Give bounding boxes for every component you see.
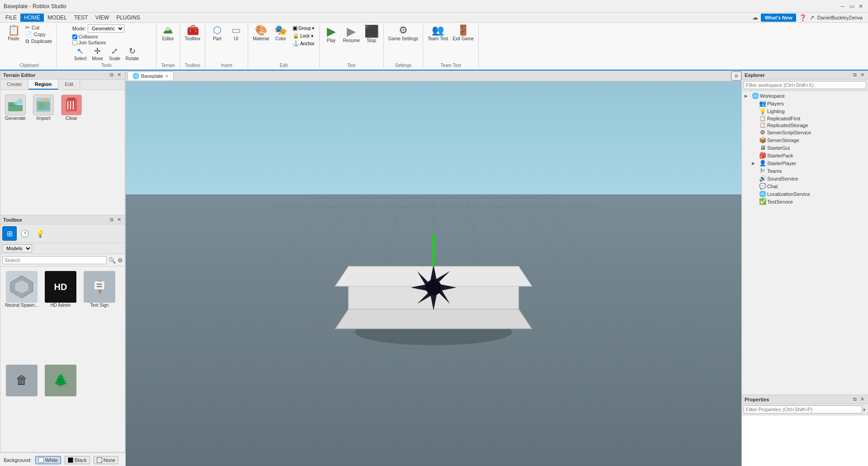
share-icon[interactable]: ↗ — [809, 14, 815, 21]
scale-button[interactable]: ⤢ Scale — [107, 46, 123, 62]
explorer-maximize-btn[interactable]: ⧉ — [852, 72, 858, 78]
tab-close-btn[interactable]: ✕ — [165, 74, 169, 79]
tree-chat[interactable]: 💬 Chat — [743, 182, 867, 190]
lock-button[interactable]: 🔒 Lock ▾ — [291, 32, 316, 39]
anchor-button[interactable]: ⚓ Anchor — [291, 40, 316, 47]
tree-server-script-service[interactable]: ⚙ ServerScriptService — [743, 128, 867, 136]
menu-model[interactable]: MODEL — [44, 14, 71, 22]
toolbox-button[interactable]: 🧰 Toolbox — [183, 24, 202, 42]
color-button[interactable]: 🎭 Color — [272, 24, 290, 42]
part-button[interactable]: ⬡ Part — [208, 24, 226, 42]
properties-filter-input[interactable] — [744, 405, 862, 414]
toolbox-close-btn[interactable]: ✕ — [116, 217, 122, 223]
exit-game-button[interactable]: 🚪 Exit Game — [451, 24, 476, 42]
filter-icon[interactable]: ⚙ — [118, 257, 123, 264]
tree-starter-gui[interactable]: 🖥 StarterGui — [743, 144, 867, 152]
close-btn[interactable]: ✕ — [857, 3, 864, 10]
terrain-tab-create[interactable]: Create — [0, 80, 28, 90]
svg-rect-6 — [39, 103, 43, 108]
toolbox-item-5[interactable]: 🌲 — [42, 363, 79, 450]
explorer-filter-input[interactable] — [744, 81, 866, 89]
tree-server-storage[interactable]: 📦 ServerStorage — [743, 136, 867, 144]
resume-button[interactable]: ▶ Resume — [341, 24, 362, 44]
tree-sound-service[interactable]: 🔊 SoundService — [743, 175, 867, 182]
chat-icon: 💬 — [759, 183, 766, 190]
clear-icon — [61, 95, 82, 115]
toolbox-search-input[interactable] — [2, 256, 107, 264]
play-button[interactable]: ▶ Play — [322, 24, 340, 44]
collisions-checkbox[interactable] — [72, 34, 77, 39]
join-surfaces-checkbox[interactable] — [72, 40, 77, 45]
viewport-canvas[interactable]: TOP ⋮ — [126, 81, 741, 466]
tree-starter-pack[interactable]: 🎒 StarterPack — [743, 152, 867, 159]
bg-white-btn[interactable]: White — [35, 456, 61, 464]
properties-close-btn[interactable]: ✕ — [859, 396, 865, 402]
tree-test-service[interactable]: ✅ TestService — [743, 198, 867, 205]
bg-black-btn[interactable]: Black — [65, 456, 90, 464]
paste-button[interactable]: 📋 Paste — [5, 24, 23, 42]
cut-button[interactable]: ✂ Cut — [24, 24, 54, 31]
mode-select[interactable]: Geometric Physical — [88, 24, 124, 33]
toolbox-maximize-btn[interactable]: ⧉ — [109, 217, 114, 223]
toolbox-models-icon[interactable]: ⊞ — [2, 226, 17, 241]
properties-maximize-btn[interactable]: ⧉ — [852, 396, 858, 402]
tree-players[interactable]: 👥 Players — [743, 100, 867, 107]
toolbox-header: Toolbox ⧉ ✕ — [0, 215, 125, 224]
properties-dropdown-btn[interactable]: ▾ — [862, 407, 866, 412]
toolbox-category-select[interactable]: Models Decals Audio — [2, 244, 32, 252]
material-icon: 🎨 — [255, 25, 267, 35]
properties-filter: ▾ — [742, 404, 868, 415]
toolbox-featured-icon[interactable]: 💡 — [33, 226, 47, 241]
minimize-btn[interactable]: ─ — [839, 3, 846, 10]
explorer-close-btn[interactable]: ✕ — [859, 72, 865, 78]
viewport-expand-btn[interactable]: ⧉ — [731, 71, 741, 81]
search-icon[interactable]: 🔍 — [108, 257, 116, 264]
terrain-tab-region[interactable]: Region — [28, 80, 58, 90]
toolbox-panel: Toolbox ⧉ ✕ ⊞ 🕐 💡 Models Decals Audio — [0, 215, 125, 452]
toolbox-item-hd-admin[interactable]: HD HD Admin — [42, 269, 79, 361]
team-test-button[interactable]: 👥 Team Test — [426, 24, 450, 42]
terrain-clear-tool[interactable]: Clear — [61, 95, 82, 121]
window-controls: ─ ▭ ✕ — [839, 3, 864, 10]
menu-file[interactable]: FILE — [2, 14, 20, 22]
help-icon[interactable]: ❓ — [799, 14, 807, 21]
toolbox-search-bar: 🔍 ⚙ — [0, 254, 125, 266]
material-button[interactable]: 🎨 Material — [251, 24, 271, 42]
whats-new-button[interactable]: What's New — [761, 14, 796, 22]
toolbox-item-4[interactable]: 🗑 — [3, 363, 40, 450]
select-button[interactable]: ↖ Select — [72, 46, 89, 62]
group-button[interactable]: ▣ Group ▾ — [291, 24, 316, 32]
viewport[interactable]: 🌐 Baseplate ✕ ⧉ — [126, 71, 741, 466]
tree-teams[interactable]: 🏳 Teams — [743, 167, 867, 175]
copy-button[interactable]: 📄 Copy — [24, 31, 54, 38]
terrain-import-tool[interactable]: Import — [33, 95, 54, 121]
editor-button[interactable]: ⛰ Editor — [159, 24, 177, 42]
rotate-button[interactable]: ↻ Rotate — [124, 46, 141, 62]
paste-icon: 📋 — [8, 25, 20, 35]
tab-baseplate[interactable]: 🌐 Baseplate ✕ — [127, 71, 174, 80]
tree-starter-player[interactable]: ▶ 👤 StarterPlayer — [743, 159, 867, 167]
game-settings-button[interactable]: ⚙ Game Settings — [387, 24, 420, 42]
move-button[interactable]: ✛ Move — [90, 46, 106, 62]
bg-none-btn[interactable]: None — [94, 456, 118, 464]
menu-plugins[interactable]: PLUGINS — [113, 14, 144, 22]
terrain-generate-tool[interactable]: Generate — [5, 95, 26, 121]
toolbox-history-icon[interactable]: 🕐 — [18, 226, 32, 241]
stop-button[interactable]: ⬛ Stop — [363, 24, 381, 44]
tree-localization-service[interactable]: 🌐 LocalizationService — [743, 190, 867, 198]
tree-replicated-first[interactable]: 📋 ReplicatedFirst — [743, 115, 867, 122]
toolbox-item-text-sign[interactable]: 🪧 Text Sign — [81, 269, 118, 361]
terrain-close-btn[interactable]: ✕ — [116, 72, 122, 78]
menu-test[interactable]: TEST — [71, 14, 92, 22]
menu-home[interactable]: HOME — [20, 14, 44, 22]
ui-button[interactable]: ▭ UI — [227, 24, 245, 42]
menu-view[interactable]: VIEW — [92, 14, 113, 22]
duplicate-button[interactable]: ⧉ Duplicate — [24, 38, 54, 44]
terrain-maximize-btn[interactable]: ⧉ — [109, 72, 114, 78]
restore-btn[interactable]: ▭ — [848, 3, 855, 10]
terrain-tab-edit[interactable]: Edit — [58, 80, 80, 90]
toolbox-item-neutral-spawn[interactable]: Neutral Spawn... — [3, 269, 40, 361]
tree-workspace[interactable]: ▶ 🌐 Workspace — [743, 92, 867, 100]
tree-lighting[interactable]: 💡 Lighting — [743, 107, 867, 115]
tree-replicated-storage[interactable]: 📋 ReplicatedStorage — [743, 122, 867, 128]
